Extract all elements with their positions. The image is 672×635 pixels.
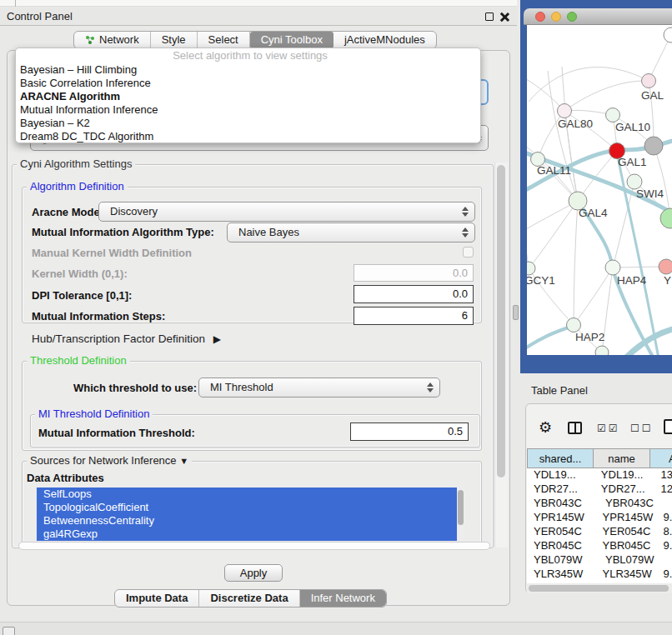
tab-impute-data[interactable]: Impute Data	[115, 590, 199, 607]
node-label: GCY1	[527, 274, 555, 287]
cell: 9.	[657, 511, 672, 525]
cell: YBR043C	[600, 497, 662, 511]
node-label: HAP2	[575, 331, 604, 343]
list-vscrollbar-thumb[interactable]	[458, 490, 464, 525]
which-threshold-label: Which threshold to use:	[73, 382, 197, 394]
list-item[interactable]: SelfLoops	[37, 488, 457, 501]
node-label: GAL	[641, 89, 664, 102]
table-row[interactable]: YBL079WYBL079W	[527, 553, 672, 568]
node	[664, 28, 672, 42]
tab-jactivemnodules-label: jActiveMNodules	[344, 31, 425, 49]
mi-steps-field[interactable]: 6	[354, 307, 474, 325]
show-checked-columns-icon[interactable]: ☑☑	[597, 422, 620, 434]
sources-group-title[interactable]: Sources for Network Inference ▼	[27, 455, 192, 467]
network-canvas[interactable]: GAL GAL80 GAL10 GAL1 GAL11 SWI4 GAL4 GCY…	[527, 25, 672, 355]
hub-definition-label: Hub/Transcription Factor Definition	[32, 332, 205, 345]
float-window-icon[interactable]	[485, 12, 494, 21]
aracne-mode-label: Aracne Mode:	[32, 206, 103, 218]
panel-title: Control Panel	[7, 10, 73, 22]
dropdown-item[interactable]: Basic Correlation Inference	[16, 77, 480, 90]
control-panel-titlebar: Control Panel	[0, 7, 517, 26]
dropdown-prompt: Select algorithm to view settings	[16, 48, 480, 63]
table-row[interactable]: YER054CYER054C8.	[527, 525, 672, 539]
cell: YER054C	[598, 525, 657, 539]
list-item[interactable]: gal4RGexp	[37, 528, 457, 541]
new-table-icon[interactable]	[664, 419, 672, 434]
status-strip	[0, 622, 672, 635]
threshold-definition-title: Threshold Definition	[27, 355, 130, 367]
close-traffic-icon[interactable]	[535, 12, 545, 22]
columns-icon[interactable]	[568, 422, 582, 434]
tab-jactivemnodules[interactable]: jActiveMNodules	[333, 32, 436, 48]
data-attributes-label: Data Attributes	[27, 472, 104, 484]
tab-network[interactable]: Network	[74, 32, 151, 48]
node	[595, 346, 609, 355]
settings-vscrollbar-thumb[interactable]	[497, 165, 505, 478]
zoom-traffic-icon[interactable]	[567, 12, 577, 22]
application-window: Control Panel Network Style Select Cyni …	[0, 0, 672, 635]
dropdown-item[interactable]: Bayesian – Hill Climbing	[16, 63, 480, 77]
kernel-width-field[interactable]: 0.0	[354, 264, 474, 282]
tab-discretize-data[interactable]: Discretize Data	[199, 590, 299, 607]
table-row[interactable]: YLR345WYLR345W9.	[527, 568, 672, 582]
cell: YPR145W	[527, 511, 598, 525]
dropdown-item-selected[interactable]: ARACNE Algorithm	[16, 90, 480, 103]
aracne-mode-select[interactable]: Discovery	[98, 202, 475, 222]
panel-divider-handle[interactable]	[513, 305, 519, 320]
tab-network-label: Network	[99, 31, 139, 49]
node-hap2	[567, 318, 581, 332]
mi-threshold-field[interactable]: 0.5	[350, 422, 469, 441]
cell: YPR145W	[598, 511, 657, 525]
mi-type-label: Mutual Information Algorithm Type:	[32, 226, 214, 238]
dropdown-item[interactable]: Dream8 DC_TDC Algorithm	[16, 130, 480, 143]
top-strip	[0, 0, 517, 7]
table-row[interactable]: YDL19...YDL19...13	[527, 468, 672, 482]
cell: YBL079W	[600, 553, 662, 568]
dpi-tolerance-field[interactable]: 0.0	[354, 285, 474, 303]
table-row[interactable]: YBR045CYBR045C9.	[527, 539, 672, 553]
kernel-width-label: Kernel Width (0,1):	[32, 268, 128, 280]
column-header-name[interactable]: name	[594, 448, 650, 468]
table-rows[interactable]: YDL19...YDL19...13 YDR27...YDR27...12 YB…	[527, 468, 672, 583]
table-row[interactable]: YBR043CYBR043C	[527, 497, 672, 511]
list-item[interactable]: BetweennessCentrality	[37, 514, 457, 528]
minimized-panel-icon[interactable]	[3, 627, 15, 635]
column-header-shared[interactable]: shared...	[527, 448, 594, 468]
cell: YBR045C	[598, 539, 657, 553]
node-gcy1	[527, 262, 535, 275]
cell: 8.	[657, 525, 672, 539]
tab-style[interactable]: Style	[151, 32, 198, 48]
hide-columns-icon[interactable]: ☐☐	[630, 422, 654, 434]
cell: YDR27...	[596, 482, 654, 497]
tab-infer-network[interactable]: Infer Network	[300, 590, 386, 607]
aracne-mode-value: Discovery	[110, 205, 158, 218]
column-header-partial[interactable]: A	[650, 448, 672, 468]
which-threshold-select[interactable]: MI Threshold	[198, 378, 440, 398]
dropdown-item[interactable]: Mutual Information Inference	[16, 103, 480, 117]
network-window-titlebar[interactable]	[524, 8, 672, 25]
settings-hscrollbar[interactable]	[18, 542, 490, 550]
cell	[662, 497, 669, 511]
sources-title-label: Sources for Network Inference	[30, 454, 179, 467]
table-row[interactable]: YDR27...YDR27...12	[527, 482, 672, 497]
tab-select[interactable]: Select	[198, 32, 250, 48]
table-hscrollbar-thumb[interactable]	[529, 585, 669, 592]
gear-icon[interactable]: ⚙	[539, 418, 552, 437]
table-row[interactable]: YPR145WYPR145W9.	[527, 511, 672, 525]
node-gal80	[558, 104, 572, 118]
mi-steps-label: Mutual Information Steps:	[32, 310, 165, 322]
tab-infer-network-label: Infer Network	[311, 589, 375, 608]
list-item[interactable]: TopologicalCoefficient	[37, 501, 457, 514]
data-attributes-list[interactable]: SelfLoops TopologicalCoefficient Between…	[37, 488, 457, 541]
cell: YBL079W	[527, 553, 600, 568]
network-graph: GAL GAL80 GAL10 GAL1 GAL11 SWI4 GAL4 GCY…	[527, 25, 672, 355]
node-label: SWI4	[636, 188, 664, 200]
apply-button[interactable]: Apply	[224, 564, 283, 582]
cell: YDL19...	[596, 468, 654, 482]
minimize-traffic-icon[interactable]	[551, 12, 561, 22]
hub-definition-toggle[interactable]: Hub/Transcription Factor Definition ▶	[32, 332, 221, 345]
manual-kernel-checkbox[interactable]	[463, 247, 474, 258]
dropdown-item[interactable]: Bayesian – K2	[16, 117, 480, 130]
mi-type-select[interactable]: Naive Bayes	[227, 222, 475, 242]
tab-cyni-toolbox[interactable]: Cyni Toolbox	[250, 32, 333, 48]
